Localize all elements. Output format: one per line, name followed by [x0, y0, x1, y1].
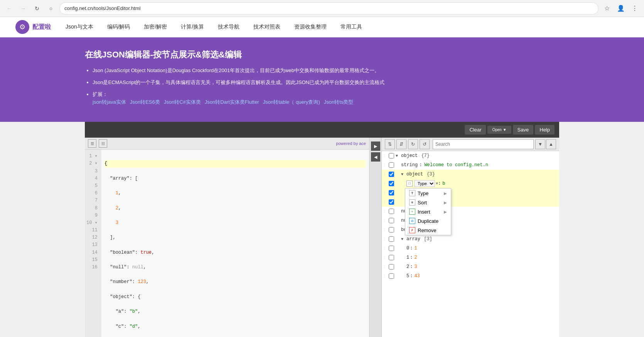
drag-handle-a[interactable]: ⋮⋮	[382, 181, 387, 186]
extend-link-6[interactable]: Json转ts类型	[324, 98, 354, 106]
row-checkbox-string[interactable]	[389, 162, 394, 168]
row-key-object: object	[406, 172, 423, 177]
type-icon-a[interactable]: □	[406, 180, 413, 187]
row-checkbox-root[interactable]	[389, 153, 394, 158]
row-checkbox-a[interactable]	[389, 181, 394, 186]
drag-handle-e[interactable]: ⋮⋮	[382, 200, 387, 204]
extend-link-5[interactable]: Json转table（ query查询)	[263, 98, 320, 106]
extend-links: json转java实体 Json转ES6类 Json转C#实体类 Json转Da…	[93, 98, 559, 106]
nav-item-tech-nav[interactable]: 技术导航	[215, 22, 243, 32]
nav-item-tech-table[interactable]: 技术对照表	[250, 22, 283, 32]
row-key-string: string	[401, 162, 418, 168]
logo-text: 配置啦	[32, 23, 51, 31]
back-button[interactable]: ←	[4, 3, 15, 14]
drag-handle-null[interactable]: ⋮⋮	[382, 218, 387, 223]
menu-item-insert[interactable]: + Insert ▶	[405, 207, 451, 216]
drag-handle-boolean[interactable]: ⋮⋮	[382, 227, 387, 232]
bookmark-button[interactable]: ☆	[602, 3, 612, 14]
format-btn[interactable]: ☰	[88, 139, 96, 148]
nav-item-json[interactable]: Json与文本	[62, 22, 96, 32]
home-button[interactable]: ○	[46, 3, 56, 14]
row-key-array: array	[406, 236, 420, 242]
extend-link-2[interactable]: Json转ES6类	[130, 98, 160, 106]
remove-icon: ✗	[409, 227, 415, 233]
menu-button[interactable]: ⋮	[629, 3, 640, 14]
expand-right-button[interactable]: ▶	[371, 142, 380, 151]
code-content[interactable]: 1 ▾ 2 ▾ 3 4 5 6 7 8 9 10 ▾ 11 12 13 14 1…	[85, 150, 369, 337]
drag-handle-arr0[interactable]: ⋮⋮	[382, 246, 387, 251]
code-lines[interactable]: { "array": [ 1, 2, 3 ], "boolean": true,…	[101, 150, 369, 337]
menu-insert-label: Insert	[418, 209, 430, 215]
expand-object[interactable]: ▼	[401, 172, 406, 177]
compact-btn[interactable]: ☷	[99, 139, 107, 148]
row-key-arr2: 2	[406, 264, 409, 270]
drag-handle-number[interactable]: ⋮⋮	[382, 209, 387, 214]
row-key-root: object	[401, 153, 418, 158]
search-prev-button[interactable]: ▼	[535, 139, 545, 149]
drag-handle-arr2[interactable]: ⋮⋮	[382, 265, 387, 269]
row-checkbox-arr2[interactable]	[389, 264, 394, 270]
address-bar[interactable]: config.net.cn/tools/JsonEditor.html	[59, 2, 598, 15]
extend-link-1[interactable]: json转java实体	[93, 98, 126, 106]
sort-desc-button[interactable]: ⇵	[396, 139, 406, 149]
drag-handle-c[interactable]: ⋮⋮	[382, 190, 387, 195]
hero-bullet-2: Json是ECMAScript的一个子集，与具体编程语言无关，可被多种编程语言解…	[93, 79, 559, 87]
menu-item-duplicate[interactable]: ⧉ Duplicate	[405, 216, 451, 226]
row-checkbox-e[interactable]	[389, 199, 394, 205]
menu-item-remove[interactable]: ✗ Remove	[405, 226, 451, 235]
drag-handle-arr5[interactable]: ⋮⋮	[382, 274, 387, 278]
reload-button[interactable]: ↻	[32, 3, 42, 14]
expand-array[interactable]: ▼	[401, 237, 406, 241]
forward-button[interactable]: →	[18, 3, 29, 14]
row-checkbox-number[interactable]	[389, 209, 394, 214]
tree-row-array: ⋮⋮ ▼ array [3]	[382, 234, 559, 244]
nav-item-tools[interactable]: 常用工具	[337, 22, 365, 32]
row-checkbox-array[interactable]	[389, 236, 394, 242]
drag-handle[interactable]: ⋮⋮	[382, 153, 387, 158]
expand-left-button[interactable]: ◀	[371, 152, 380, 162]
clear-button[interactable]: Clear	[465, 125, 486, 135]
save-button[interactable]: Save	[513, 125, 534, 135]
type-dropdown-a[interactable]: Type	[414, 180, 435, 187]
drag-handle-object[interactable]: ⋮⋮	[382, 172, 387, 177]
tree-panel: ⇅ ⇵ ↻ ↺ ▼ ▲ ⋮⋮ ▼ object {7}	[382, 138, 559, 337]
nav-item-crypto[interactable]: 加密/解密	[141, 22, 170, 32]
search-next-button[interactable]: ▲	[546, 139, 556, 149]
tree-search-input[interactable]	[433, 139, 534, 149]
undo-button[interactable]: ↻	[408, 139, 418, 149]
nav-item-resources[interactable]: 资源收集整理	[291, 22, 330, 32]
extend-link-3[interactable]: Json转C#实体类	[164, 98, 201, 106]
nav-item-calc[interactable]: 计算/换算	[178, 22, 207, 32]
expand-root[interactable]: ▼	[396, 154, 401, 158]
tree-row-root: ⋮⋮ ▼ object {7}	[382, 151, 559, 160]
tree-toolbar: ⇅ ⇵ ↻ ↺ ▼ ▲	[382, 138, 559, 151]
drag-handle-arr1[interactable]: ⋮⋮	[382, 255, 387, 260]
extend-link-4[interactable]: Json转Dart实体类Flutter	[205, 98, 259, 106]
row-val-arr1: 2	[414, 255, 417, 260]
menu-item-sort[interactable]: ≡ Sort ▶	[405, 198, 451, 207]
row-checkbox-boolean[interactable]	[389, 227, 394, 233]
hero-bullet-3: 扩展： json转java实体 Json转ES6类 Json转C#实体类 Jso…	[93, 91, 559, 107]
row-checkbox-null[interactable]	[389, 218, 394, 223]
sort-asc-button[interactable]: ⇅	[385, 139, 395, 149]
row-checkbox-arr5[interactable]	[389, 273, 394, 279]
row-checkbox-arr1[interactable]	[389, 255, 394, 260]
drag-handle-string[interactable]: ⋮⋮	[382, 163, 387, 167]
insert-icon: +	[409, 209, 415, 215]
open-button[interactable]: Open ▼	[487, 126, 511, 134]
duplicate-icon: ⧉	[409, 218, 415, 224]
drag-handle-array[interactable]: ⋮⋮	[382, 237, 387, 241]
nav-item-encode[interactable]: 编码/解码	[104, 22, 133, 32]
code-toolbar-icons: ☰ ☷	[88, 139, 107, 148]
menu-item-type[interactable]: T Type ▶	[405, 189, 451, 198]
row-checkbox-arr0[interactable]	[389, 246, 394, 251]
row-key-arr5: 5	[406, 273, 409, 279]
powered-by-link[interactable]: powered by ace	[336, 141, 366, 146]
redo-button[interactable]: ↺	[420, 139, 430, 149]
row-checkbox-c[interactable]	[389, 190, 394, 195]
menu-type-label: Type	[418, 190, 428, 196]
row-checkbox-object[interactable]	[389, 172, 394, 177]
row-val-root: {7}	[418, 153, 430, 158]
profile-button[interactable]: 👤	[615, 3, 626, 14]
help-button[interactable]: Help	[535, 125, 555, 135]
